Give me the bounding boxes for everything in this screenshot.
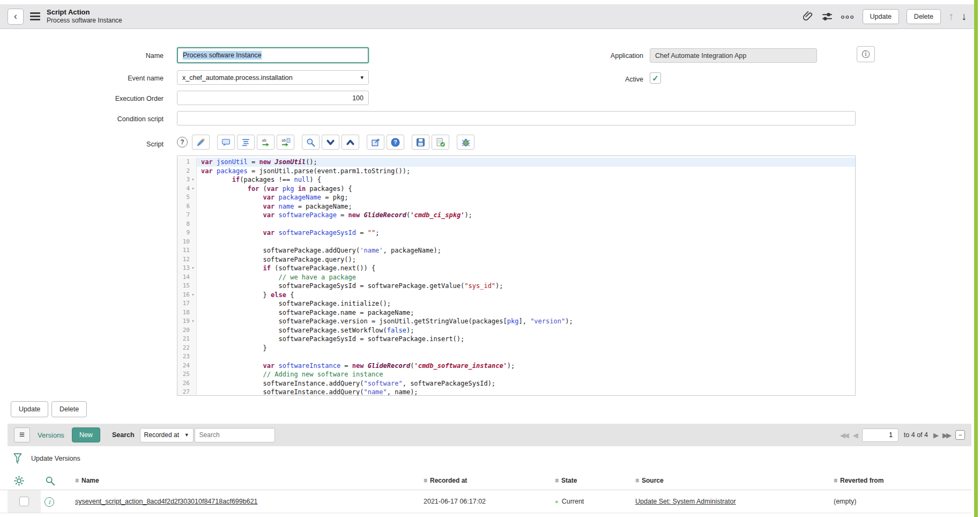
code-line[interactable]: 3▾ if(packages !== null) { bbox=[177, 175, 855, 184]
format-code-button[interactable] bbox=[237, 135, 255, 150]
code-line[interactable]: 23 bbox=[177, 352, 855, 361]
code-line[interactable]: 19▾ softwarePackage.version = jsonUtil.g… bbox=[177, 317, 855, 326]
code-line[interactable]: 10 bbox=[177, 238, 855, 247]
scroll-up-icon[interactable]: ↑ bbox=[948, 10, 954, 23]
table-row: isysevent_script_action_8acd4f2d2f303010… bbox=[0, 490, 971, 513]
active-checkbox[interactable]: ✓ bbox=[650, 72, 661, 84]
code-fold-icon[interactable]: ▾ bbox=[190, 264, 196, 273]
toggle-comment-button[interactable] bbox=[217, 135, 235, 150]
list-menu-icon[interactable]: ≡ bbox=[14, 427, 30, 442]
code-fold-icon[interactable]: ▾ bbox=[190, 184, 196, 194]
code-line[interactable]: 17 softwarePackage.initialize(); bbox=[177, 299, 855, 308]
code-line[interactable]: 20 softwarePackage.setWorkflow(false); bbox=[177, 326, 855, 335]
attachment-icon[interactable] bbox=[802, 11, 814, 23]
code-line[interactable]: 8 bbox=[177, 220, 855, 229]
save-button[interactable] bbox=[412, 135, 429, 150]
list-settings-gear-icon[interactable] bbox=[14, 476, 24, 486]
column-header-state[interactable]: ≡State bbox=[555, 477, 577, 484]
line-number: 6 bbox=[177, 202, 190, 211]
code-line[interactable]: 12 softwarePackage.query(); bbox=[177, 255, 855, 264]
column-header-recorded-at[interactable]: ≡Recorded at bbox=[424, 477, 467, 484]
application-info-icon[interactable]: ⓘ bbox=[857, 46, 875, 62]
editor-gutter: 15 bbox=[177, 282, 197, 291]
back-button[interactable]: ‹ bbox=[8, 9, 24, 25]
more-options-icon[interactable]: ooo bbox=[841, 13, 855, 20]
code-fold-spacer bbox=[190, 370, 196, 379]
search-button[interactable] bbox=[302, 135, 320, 150]
execution-order-input[interactable]: 100 bbox=[177, 91, 369, 105]
delete-button-footer[interactable]: Delete bbox=[51, 401, 87, 417]
code-line[interactable]: 4▾ for (var pkg in packages) { bbox=[177, 184, 855, 194]
column-menu-icon[interactable]: ≡ bbox=[635, 477, 639, 484]
code-fold-icon[interactable]: ▾ bbox=[190, 291, 196, 300]
event-name-select[interactable]: x_chef_automate.process.installation ▾ bbox=[177, 70, 369, 85]
code-line[interactable]: 22 } bbox=[177, 344, 855, 353]
code-line[interactable]: 9 var softwarePackageSysId = ""; bbox=[177, 228, 855, 238]
code-line[interactable]: 6 var name = packageName; bbox=[177, 202, 855, 211]
personalize-form-icon[interactable] bbox=[821, 11, 833, 23]
column-header-name[interactable]: ≡Name bbox=[75, 477, 99, 484]
column-menu-icon[interactable]: ≡ bbox=[555, 477, 559, 484]
versions-title-link[interactable]: Versions bbox=[38, 431, 64, 439]
replace-all-button[interactable]: ab bbox=[277, 135, 294, 150]
code-line[interactable]: 7 var softwarePackage = new GlideRecord(… bbox=[177, 211, 855, 220]
source-link[interactable]: Update Set: System Administrator bbox=[635, 498, 736, 505]
next-page-icon[interactable]: ▶ bbox=[933, 431, 937, 439]
column-menu-icon[interactable]: ≡ bbox=[424, 477, 427, 484]
row-checkbox[interactable] bbox=[19, 497, 29, 506]
context-menu-icon[interactable] bbox=[30, 12, 40, 20]
record-info-icon[interactable]: i bbox=[44, 497, 54, 507]
column-menu-icon[interactable]: ≡ bbox=[834, 477, 837, 484]
editor-gutter: 3▾ bbox=[177, 175, 197, 184]
condition-script-input[interactable] bbox=[177, 111, 856, 125]
script-code-editor[interactable]: 1var jsonUtil = new JsonUtil();2var pack… bbox=[177, 156, 856, 396]
code-line[interactable]: 5 var packageName = pkg; bbox=[177, 193, 855, 202]
name-input[interactable]: Process software Instance bbox=[177, 47, 369, 63]
syntax-check-button[interactable] bbox=[432, 135, 449, 150]
scroll-down-icon[interactable]: ↓ bbox=[961, 10, 967, 23]
cell-reverted-from: (empty) bbox=[834, 490, 856, 513]
open-new-window-button[interactable] bbox=[367, 135, 384, 150]
update-button-footer[interactable]: Update bbox=[11, 401, 48, 417]
record-name-link[interactable]: sysevent_script_action_8acd4f2d2f303010f… bbox=[75, 498, 258, 505]
column-menu-icon[interactable]: ≡ bbox=[75, 477, 79, 484]
help-icon[interactable]: ? bbox=[177, 137, 188, 147]
delete-button-header[interactable]: Delete bbox=[907, 9, 941, 24]
edit-script-button[interactable] bbox=[192, 135, 210, 150]
last-page-icon[interactable]: ▶▶ bbox=[942, 431, 950, 439]
api-help-button[interactable]: ? bbox=[387, 135, 404, 150]
code-line[interactable]: 11 softwarePackage.addQuery('name', pack… bbox=[177, 246, 855, 255]
code-line[interactable]: 14 // we have a package bbox=[177, 273, 855, 282]
code-fold-icon[interactable]: ▾ bbox=[190, 317, 196, 326]
code-fold-icon[interactable]: ▾ bbox=[190, 175, 196, 184]
debug-button[interactable] bbox=[457, 135, 474, 150]
code-line[interactable]: 1var jsonUtil = new JsonUtil(); bbox=[177, 158, 855, 167]
code-line[interactable]: 2var packages = jsonUtil.parse(event.par… bbox=[177, 167, 855, 176]
find-next-button[interactable] bbox=[322, 135, 339, 150]
filter-breadcrumb[interactable]: Update Versions bbox=[31, 455, 80, 462]
code-line[interactable]: 15 softwarePackageSysId = softwarePackag… bbox=[177, 282, 855, 291]
column-header-reverted-from[interactable]: ≡Reverted from bbox=[834, 477, 884, 484]
state-dot-icon: ● bbox=[555, 498, 559, 505]
code-line[interactable]: 26 softwareInstance.addQuery("software",… bbox=[177, 379, 855, 388]
find-previous-button[interactable] bbox=[341, 135, 359, 150]
first-page-icon[interactable]: ◀◀ bbox=[840, 431, 848, 439]
filter-funnel-icon[interactable] bbox=[13, 453, 23, 464]
code-line[interactable]: 16▾ } else { bbox=[177, 291, 855, 300]
code-line[interactable]: 18 softwarePackage.name = packageName; bbox=[177, 308, 855, 317]
code-line[interactable]: 27 softwareInstance.addQuery("name", nam… bbox=[177, 388, 855, 396]
code-line[interactable]: 13▾ if (softwarePackage.next()) { bbox=[177, 264, 855, 273]
update-button-header[interactable]: Update bbox=[863, 9, 899, 24]
column-header-source[interactable]: ≡Source bbox=[635, 477, 664, 484]
search-field-select[interactable]: Recorded at ▼ bbox=[140, 428, 194, 442]
replace-button[interactable]: ab bbox=[257, 135, 274, 150]
search-input[interactable] bbox=[195, 428, 275, 442]
code-line[interactable]: 21 softwarePackageSysId = softwarePackag… bbox=[177, 335, 855, 344]
code-line[interactable]: 25 // Adding new software instance bbox=[177, 370, 855, 379]
page-number-input[interactable] bbox=[862, 429, 899, 442]
collapse-list-icon[interactable]: − bbox=[955, 430, 965, 440]
list-search-icon[interactable] bbox=[45, 476, 55, 486]
previous-page-icon[interactable]: ◀ bbox=[853, 431, 857, 439]
code-line[interactable]: 24 var softwareInstance = new GlideRecor… bbox=[177, 361, 855, 371]
new-button[interactable]: New bbox=[72, 427, 100, 442]
